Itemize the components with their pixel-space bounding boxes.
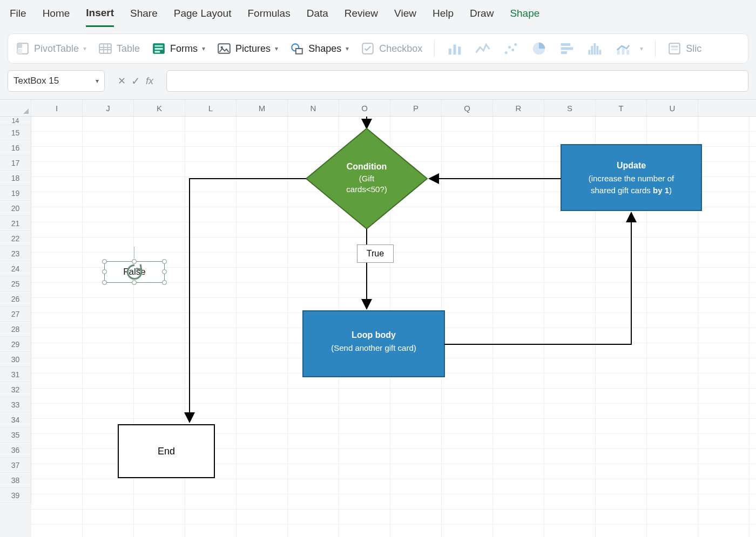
row-header[interactable]: 18: [0, 171, 31, 186]
row-header[interactable]: 20: [0, 201, 31, 216]
accept-formula-icon[interactable]: ✓: [131, 74, 140, 87]
col-header[interactable]: R: [493, 100, 544, 116]
menu-formulas[interactable]: Formulas: [247, 4, 290, 26]
checkbox-button[interactable]: Checkbox: [361, 42, 422, 56]
resize-handle[interactable]: [102, 280, 107, 285]
row-header[interactable]: 15: [0, 125, 31, 140]
resize-handle[interactable]: [162, 259, 167, 264]
menu-page-layout[interactable]: Page Layout: [174, 4, 232, 26]
select-all-corner[interactable]: [0, 100, 31, 116]
menu-help[interactable]: Help: [433, 4, 454, 26]
slicer-icon: [667, 42, 681, 56]
combo-chart-icon[interactable]: [615, 40, 631, 57]
pictures-label: Pictures: [235, 43, 271, 55]
col-header[interactable]: K: [134, 100, 185, 116]
menu-review[interactable]: Review: [345, 4, 378, 26]
slicers-button[interactable]: Slic: [667, 42, 701, 56]
row-header[interactable]: 26: [0, 291, 31, 307]
row-header[interactable]: 16: [0, 140, 31, 155]
menu-share[interactable]: Share: [130, 4, 158, 26]
row-header[interactable]: 32: [0, 382, 31, 397]
menu-insert[interactable]: Insert: [86, 4, 114, 27]
cancel-formula-icon[interactable]: ✕: [118, 75, 126, 87]
col-header[interactable]: M: [237, 100, 288, 116]
svg-rect-5: [155, 45, 163, 47]
histogram-icon[interactable]: [587, 40, 603, 57]
column-chart-icon[interactable]: [447, 40, 463, 57]
row-header[interactable]: 36: [0, 443, 31, 458]
col-header[interactable]: P: [390, 100, 442, 116]
pivot-table-button[interactable]: PivotTable ▾: [16, 42, 86, 56]
chevron-down-icon[interactable]: ▾: [96, 77, 99, 85]
checkbox-label: Checkbox: [379, 43, 422, 55]
loopbody-shape[interactable]: Loop body (Send another gift card): [303, 311, 444, 377]
pictures-button[interactable]: Pictures ▾: [217, 42, 278, 56]
scatter-chart-icon[interactable]: [503, 40, 519, 57]
col-header[interactable]: N: [288, 100, 339, 116]
rotate-handle-icon[interactable]: [105, 262, 164, 282]
menu-home[interactable]: Home: [43, 4, 70, 26]
row-header[interactable]: 38: [0, 473, 31, 488]
chevron-down-icon: ▾: [202, 45, 205, 52]
row-header[interactable]: 19: [0, 186, 31, 201]
resize-handle[interactable]: [162, 280, 167, 285]
svg-rect-15: [458, 46, 461, 55]
menu-shape[interactable]: Shape: [510, 4, 539, 26]
row-header[interactable]: 14: [0, 117, 31, 125]
update-shape[interactable]: Update (increase the number of shared gi…: [561, 145, 701, 210]
row-header[interactable]: 31: [0, 367, 31, 382]
col-header[interactable]: T: [596, 100, 647, 116]
pie-chart-icon[interactable]: [531, 40, 547, 57]
row-header[interactable]: 23: [0, 246, 31, 261]
false-label-textbox-selected[interactable]: False: [104, 261, 165, 283]
bar-chart-icon[interactable]: [559, 40, 575, 57]
col-header[interactable]: Q: [442, 100, 493, 116]
forms-button[interactable]: Forms ▾: [152, 42, 205, 56]
col-header[interactable]: S: [544, 100, 596, 116]
row-headers: 1415161718192021222324252627282930313233…: [0, 117, 31, 503]
resize-handle[interactable]: [102, 259, 107, 264]
row-header[interactable]: 21: [0, 216, 31, 231]
table-button[interactable]: Table: [98, 42, 140, 56]
row-header[interactable]: 35: [0, 427, 31, 443]
line-chart-icon[interactable]: [475, 40, 491, 57]
svg-rect-33: [671, 46, 678, 47]
col-header[interactable]: L: [185, 100, 237, 116]
resize-handle[interactable]: [132, 259, 137, 264]
resize-handle[interactable]: [132, 280, 137, 285]
insert-ribbon: PivotTable ▾ Table Forms ▾ Pictures ▾ Sh…: [8, 33, 748, 64]
row-header[interactable]: 29: [0, 337, 31, 352]
row-header[interactable]: 39: [0, 488, 31, 503]
menu-draw[interactable]: Draw: [470, 4, 494, 26]
chevron-down-icon[interactable]: ▾: [640, 45, 643, 52]
fx-icon[interactable]: fx: [146, 76, 153, 87]
forms-label: Forms: [170, 43, 198, 55]
row-header[interactable]: 33: [0, 397, 31, 412]
col-header[interactable]: J: [83, 100, 134, 116]
row-header[interactable]: 17: [0, 155, 31, 171]
col-header[interactable]: U: [647, 100, 698, 116]
resize-handle[interactable]: [102, 269, 107, 274]
shapes-button[interactable]: Shapes ▾: [290, 42, 349, 56]
true-label-textbox[interactable]: True: [357, 244, 394, 263]
formula-bar[interactable]: [166, 70, 748, 92]
row-header[interactable]: 28: [0, 322, 31, 337]
menu-data[interactable]: Data: [307, 4, 328, 26]
row-header[interactable]: 37: [0, 458, 31, 473]
row-header[interactable]: 25: [0, 276, 31, 291]
table-label: Table: [117, 43, 140, 55]
end-shape[interactable]: End: [118, 424, 215, 478]
row-header[interactable]: 22: [0, 231, 31, 246]
col-header[interactable]: I: [31, 100, 83, 116]
shapes-icon: [290, 42, 304, 56]
resize-handle[interactable]: [162, 269, 167, 274]
row-header[interactable]: 30: [0, 352, 31, 367]
condition-shape[interactable]: Condition (Gift cards<50?): [306, 128, 427, 229]
menu-view[interactable]: View: [394, 4, 416, 26]
name-box[interactable]: TextBox 15 ▾: [8, 70, 105, 92]
col-header[interactable]: O: [339, 100, 390, 116]
menu-file[interactable]: File: [10, 4, 26, 26]
row-header[interactable]: 34: [0, 412, 31, 427]
row-header[interactable]: 27: [0, 307, 31, 322]
row-header[interactable]: 24: [0, 261, 31, 276]
